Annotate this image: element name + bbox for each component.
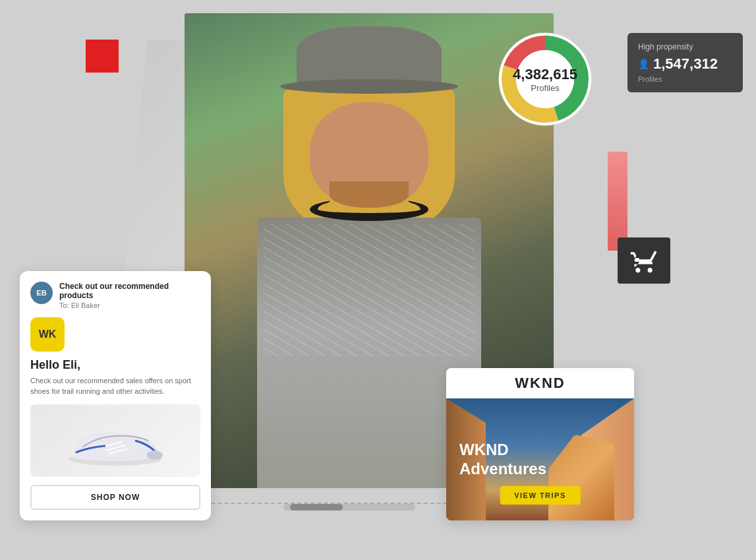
wknd-ad-card: WKND WKND Adventures VIEW TRIPS <box>446 368 634 520</box>
shoe-illustration <box>63 414 168 467</box>
shop-now-button[interactable]: SHOP NOW <box>30 485 200 510</box>
email-shoe-image <box>30 404 200 477</box>
email-body-text: Check out our recommended sales offers o… <box>30 376 200 396</box>
donut-center-label: 4,382,615 Profiles <box>513 66 577 93</box>
donut-total-label: Profiles <box>513 83 577 93</box>
pink-accent-bar <box>608 152 627 251</box>
email-avatar: EB <box>30 282 53 304</box>
email-card: EB Check out our recommended products To… <box>20 271 211 520</box>
high-propensity-card: High propensity 👤 1,547,312 Profiles <box>627 33 743 92</box>
svg-point-9 <box>147 451 163 460</box>
view-trips-button[interactable]: VIEW TRIPS <box>500 486 581 505</box>
email-subject: Check out our recommended products <box>59 282 200 300</box>
email-recipient: Eli Baker <box>71 301 100 309</box>
scroll-thumb <box>290 504 343 511</box>
wknd-image-area: WKND Adventures VIEW TRIPS <box>446 398 634 520</box>
email-header: EB Check out our recommended products To… <box>30 282 200 309</box>
wknd-line2: Adventures <box>459 460 546 479</box>
email-to: To: Eli Baker <box>59 301 200 309</box>
high-propensity-title: High propensity <box>638 42 732 51</box>
cart-icon-box[interactable] <box>618 237 670 284</box>
person-icon: 👤 <box>638 59 649 69</box>
high-propensity-value: 1,547,312 <box>653 55 718 73</box>
red-accent-square <box>86 40 119 73</box>
email-brand-logo: WK <box>30 317 65 352</box>
email-to-label: To: <box>59 301 69 309</box>
wknd-brand-header: WKND <box>446 368 634 398</box>
cart-icon <box>629 246 658 275</box>
email-greeting: Hello Eli, <box>30 358 200 372</box>
high-propensity-subtitle: Profiles <box>638 75 732 83</box>
wknd-line1: WKND <box>459 441 546 460</box>
wknd-adventures-text: WKND Adventures <box>459 441 546 479</box>
donut-total-number: 4,382,615 <box>513 66 577 83</box>
donut-chart: 4,382,615 Profiles <box>486 20 604 139</box>
scroll-indicator[interactable] <box>283 504 415 511</box>
